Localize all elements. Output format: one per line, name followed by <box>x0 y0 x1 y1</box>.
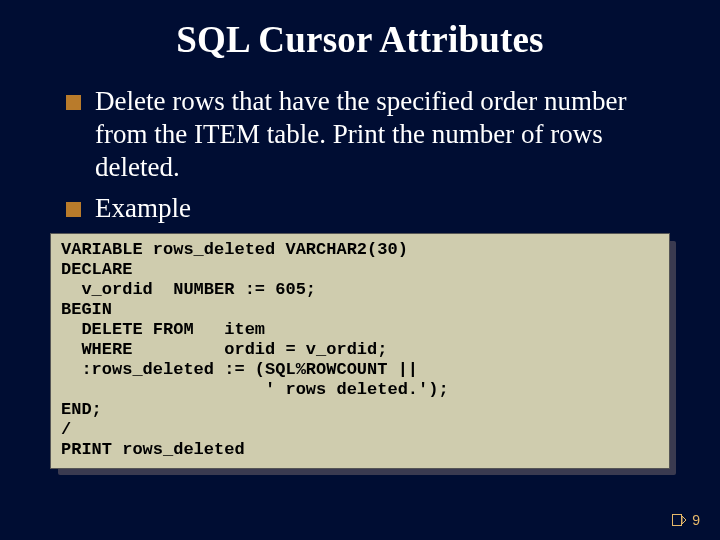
bullet-square-icon <box>66 95 81 110</box>
bullet-item: Delete rows that have the specified orde… <box>66 85 674 184</box>
bullet-text: Example <box>95 192 191 225</box>
code-block-container: VARIABLE rows_deleted VARCHAR2(30) DECLA… <box>50 233 670 470</box>
page-number: 9 <box>692 512 700 528</box>
bullet-square-icon <box>66 202 81 217</box>
bullet-item: Example <box>66 192 674 225</box>
page-footer: 9 <box>672 512 700 528</box>
svg-rect-0 <box>673 515 682 526</box>
slide: SQL Cursor Attributes Delete rows that h… <box>0 0 720 540</box>
code-block: VARIABLE rows_deleted VARCHAR2(30) DECLA… <box>50 233 670 470</box>
slide-title: SQL Cursor Attributes <box>46 18 674 61</box>
bullet-list: Delete rows that have the specified orde… <box>46 85 674 225</box>
next-slide-icon[interactable] <box>672 514 686 526</box>
bullet-text: Delete rows that have the specified orde… <box>95 85 674 184</box>
